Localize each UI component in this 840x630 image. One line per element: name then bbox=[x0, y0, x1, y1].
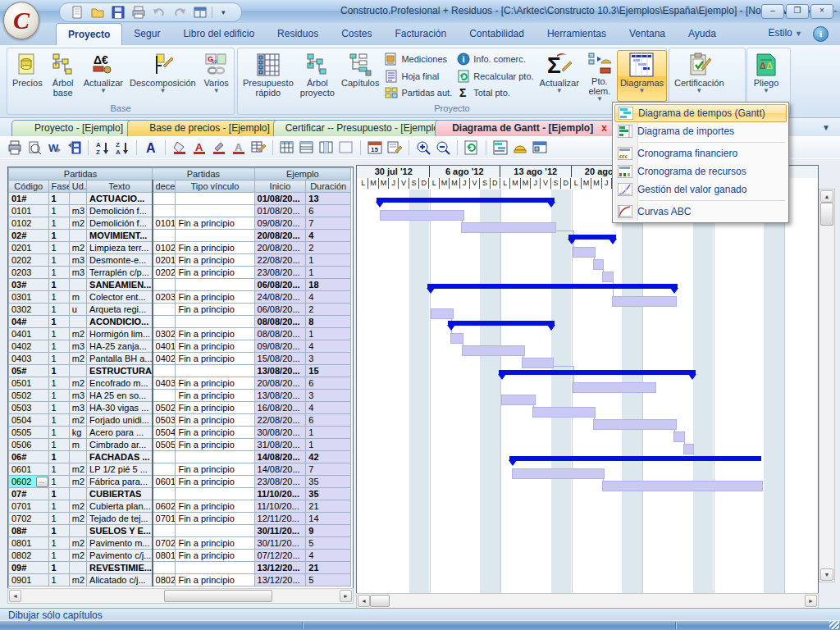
cell-tipo-v-nculo[interactable]: Fin a principio bbox=[176, 574, 254, 587]
cell-dece[interactable]: 0701 bbox=[153, 513, 176, 525]
cell-duraci-n[interactable]: 3 bbox=[306, 390, 351, 402]
cell-ud[interactable]: m2 bbox=[69, 377, 86, 390]
cell-tipo-v-nculo[interactable] bbox=[176, 451, 254, 463]
cell-duraci-n[interactable]: 1 bbox=[306, 267, 351, 279]
table-row[interactable]: 04031m2Pantalla BH a...0402Fin a princip… bbox=[9, 353, 351, 365]
cell-texto[interactable]: Arqueta regi... bbox=[87, 304, 153, 316]
cell-duraci-n[interactable]: 42 bbox=[306, 451, 351, 463]
ribbon-tab-costes[interactable]: Costes bbox=[330, 23, 383, 45]
ribbon-tab-ayuda[interactable]: Ayuda bbox=[677, 23, 728, 45]
gantt-bar-0301[interactable] bbox=[612, 296, 677, 307]
cell-dece[interactable] bbox=[153, 230, 176, 242]
cell-inicio[interactable]: 13/12/20... bbox=[254, 574, 306, 587]
cell-tipo-v-nculo[interactable]: Fin a principio bbox=[176, 476, 254, 488]
document-tab-certificar-presupuesto-ejemplo[interactable]: Certificar -- Presupuesto - [Ejemplo] bbox=[273, 120, 454, 136]
cell-duraci-n[interactable]: 7 bbox=[306, 217, 351, 230]
fill-color-icon[interactable] bbox=[171, 139, 188, 156]
cell-dece[interactable]: 0502 bbox=[153, 402, 176, 414]
cell-inicio[interactable]: 11/10/20... bbox=[254, 488, 306, 500]
cell-tipo-v-nculo[interactable] bbox=[176, 525, 254, 537]
table-row[interactable]: 06011m2LP 1/2 pié 5 ...Fin a principio14… bbox=[9, 463, 351, 476]
cell-fase[interactable]: 1 bbox=[48, 390, 69, 402]
gantt-bar-0506[interactable] bbox=[683, 444, 694, 454]
cell-inicio[interactable]: 12/11/20... bbox=[254, 513, 306, 525]
cell-inicio[interactable]: 20/08/20... bbox=[254, 230, 306, 242]
cell-fase[interactable]: 1 bbox=[48, 316, 69, 328]
restore-button[interactable]: ❐ bbox=[786, 4, 809, 19]
cell-c-digo[interactable]: 01# bbox=[9, 193, 49, 205]
cell-dece[interactable]: 0101 bbox=[153, 217, 176, 230]
gantt-vertical-scrollbar[interactable]: ▲ ▼ bbox=[819, 189, 835, 582]
cell-tipo-v-nculo[interactable]: Fin a principio bbox=[176, 328, 254, 340]
cell-fase[interactable]: 1 bbox=[48, 550, 69, 562]
cell-texto[interactable]: HA-25 zanja... bbox=[87, 340, 153, 353]
cell-texto[interactable]: HA 25 en so... bbox=[87, 390, 153, 402]
cell-dece[interactable] bbox=[153, 365, 176, 377]
cell-dece[interactable]: 0302 bbox=[153, 328, 176, 340]
ribbon-button-precios[interactable]: Precios bbox=[9, 50, 46, 102]
cell-fase[interactable]: 1 bbox=[48, 205, 69, 217]
cell-fase[interactable]: 1 bbox=[48, 291, 69, 304]
cell-dece[interactable]: 0201 bbox=[153, 254, 176, 267]
cell-ud[interactable] bbox=[69, 451, 86, 463]
cell-tipo-v-nculo[interactable]: Fin a principio bbox=[176, 414, 254, 427]
table-row[interactable]: 02021m3Desmonte-e...0201Fin a principio2… bbox=[9, 254, 351, 267]
cell-dece[interactable]: 0203 bbox=[153, 291, 176, 304]
gantt-bar-0602[interactable] bbox=[602, 481, 763, 491]
cell-inicio[interactable]: 01/08/20... bbox=[254, 205, 306, 217]
cell-c-digo[interactable]: 03# bbox=[9, 279, 49, 291]
cell-texto[interactable]: LP 1/2 pié 5 ... bbox=[87, 463, 153, 476]
table-row[interactable]: 04011m2Hormigón lim...0302Fin a principi… bbox=[9, 328, 351, 340]
cell-tipo-v-nculo[interactable] bbox=[176, 365, 254, 377]
cell-inicio[interactable]: 09/08/20... bbox=[254, 217, 306, 230]
cell-texto[interactable]: Fábrica para... bbox=[87, 476, 153, 488]
cell-texto[interactable]: Demolición f... bbox=[87, 217, 153, 230]
close-tab-icon[interactable]: x bbox=[601, 122, 607, 134]
cell-duraci-n[interactable]: 2 bbox=[306, 242, 351, 254]
table-row[interactable]: 09#1REVESTIMIE...13/12/20...21 bbox=[9, 562, 351, 574]
cell-fase[interactable]: 1 bbox=[48, 463, 69, 476]
cell-dece[interactable] bbox=[153, 279, 176, 291]
cell-c-digo[interactable]: 0601 bbox=[9, 463, 49, 476]
table-row[interactable]: 02011m2Limpieza terr...0102Fin a princip… bbox=[9, 242, 351, 254]
menu-item-cronograma-de-recursos[interactable]: Cronograma de recursos bbox=[614, 162, 787, 180]
cell-dece[interactable]: 0202 bbox=[153, 267, 176, 279]
table-row[interactable]: 08011m2Pavimento m...0702Fin a principio… bbox=[9, 537, 351, 550]
gantt-bar-0202[interactable] bbox=[593, 259, 604, 270]
cell-texto[interactable]: Limpieza terr... bbox=[87, 242, 153, 254]
cell-c-digo[interactable]: 0602... bbox=[9, 476, 49, 488]
table-edit-icon[interactable] bbox=[250, 139, 267, 156]
cell-c-digo[interactable]: 0702 bbox=[9, 513, 49, 525]
column-header-ud[interactable]: Ud. bbox=[69, 180, 86, 193]
cell-c-digo[interactable]: 0801 bbox=[9, 537, 49, 550]
calendar-15-icon[interactable]: 15 bbox=[367, 139, 383, 156]
cell-inicio[interactable]: 14/08/20... bbox=[254, 463, 306, 476]
cell-dece[interactable] bbox=[153, 304, 176, 316]
table-row[interactable]: 04021m3HA-25 zanja...0401Fin a principio… bbox=[9, 340, 351, 353]
cell-dece[interactable]: 0802 bbox=[153, 574, 176, 587]
cell-fase[interactable]: 1 bbox=[48, 377, 69, 390]
cell-ud[interactable]: m2 bbox=[69, 550, 86, 562]
table-row[interactable]: 08021m2Pavimento c/j...0801Fin a princip… bbox=[9, 550, 351, 562]
gantt-bar-0502[interactable] bbox=[501, 395, 536, 405]
cell-texto[interactable]: Terraplén c/p... bbox=[87, 267, 153, 279]
column-header-texto[interactable]: Texto bbox=[87, 180, 153, 193]
cell-ud[interactable] bbox=[69, 488, 86, 500]
cell-dece[interactable] bbox=[153, 463, 176, 476]
cell-duraci-n[interactable]: 3 bbox=[306, 353, 351, 365]
table-row[interactable]: 01021m2Demolición f...0101Fin a principi… bbox=[9, 217, 351, 230]
column-header-tipo-v-nculo[interactable]: Tipo vínculo bbox=[176, 180, 254, 193]
cell-c-digo[interactable]: 0102 bbox=[9, 217, 49, 230]
cell-fase[interactable]: 1 bbox=[48, 439, 69, 451]
cell-ud[interactable]: m3 bbox=[69, 390, 86, 402]
cell-fase[interactable]: 1 bbox=[48, 279, 69, 291]
gantt-bar-0203[interactable] bbox=[602, 272, 614, 282]
cell-inicio[interactable]: 20/08/20... bbox=[254, 242, 306, 254]
gantt-bar-06[interactable] bbox=[509, 456, 761, 461]
zoom-in-icon[interactable] bbox=[415, 139, 431, 156]
cell-fase[interactable]: 1 bbox=[48, 304, 69, 316]
cell-dece[interactable] bbox=[153, 525, 176, 537]
menu-item-cronograma-financiero[interactable]: €€€Cronograma financiero bbox=[614, 144, 787, 162]
cell-c-digo[interactable]: 08# bbox=[9, 525, 49, 537]
gantt-bar-0302[interactable] bbox=[431, 308, 454, 319]
